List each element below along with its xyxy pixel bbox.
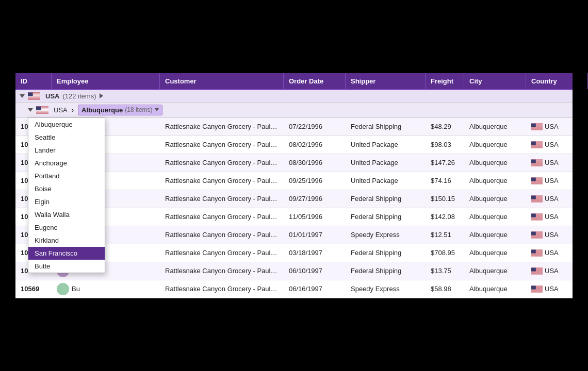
subgroup-row-albuquerque: USA › Albuquerque (18 items) Albuquerque… xyxy=(15,103,573,118)
cell-id[interactable]: 10569 xyxy=(15,282,52,295)
svg-rect-29 xyxy=(531,146,543,147)
cell-customer: Rattlesnake Canyon Grocery - Paula Wilso… xyxy=(160,246,284,259)
drop-item-albuquerque[interactable]: Albuquerque xyxy=(28,118,105,131)
drop-item-lander[interactable]: Lander xyxy=(28,144,105,157)
usa-flag-sub-icon xyxy=(36,106,48,114)
cell-freight: $74.16 xyxy=(426,174,464,187)
svg-rect-23 xyxy=(531,124,536,127)
drop-item-san-francisco[interactable]: San Francisco xyxy=(28,247,105,260)
col-header-shipper: Shipper xyxy=(346,73,426,89)
group-row-usa[interactable]: USA (122 items) xyxy=(15,90,573,103)
cell-freight: $150.15 xyxy=(426,192,464,205)
svg-rect-31 xyxy=(531,142,536,145)
cell-shipper: Federal Shipping xyxy=(346,246,426,259)
cell-shipper: Federal Shipping xyxy=(346,264,426,277)
svg-rect-62 xyxy=(531,220,543,220)
cell-city: Albuquerque xyxy=(464,192,526,205)
svg-rect-85 xyxy=(531,273,543,273)
svg-rect-39 xyxy=(531,160,536,163)
cell-city: Albuquerque xyxy=(464,246,526,259)
cell-country: USA xyxy=(526,282,588,296)
cell-shipper: Speedy Express xyxy=(346,282,426,295)
svg-rect-63 xyxy=(531,214,536,217)
svg-rect-15 xyxy=(36,106,41,110)
cell-country: USA xyxy=(526,228,588,242)
cell-shipper: United Package xyxy=(346,138,426,151)
drop-item-boise[interactable]: Boise xyxy=(28,182,105,195)
city-dropdown-button[interactable]: Albuquerque (18 items) xyxy=(78,105,162,115)
city-dropdown-list[interactable]: Albuquerque Seattle Lander Anchorage Por… xyxy=(28,117,105,273)
col-header-employee: Employee xyxy=(52,73,160,89)
col-header-country: Country xyxy=(526,73,588,89)
group-usa-count: (122 items) xyxy=(62,92,96,100)
svg-rect-86 xyxy=(531,274,543,274)
svg-rect-37 xyxy=(531,164,543,165)
svg-rect-93 xyxy=(531,291,543,291)
cell-freight: $12.51 xyxy=(426,228,464,241)
svg-rect-78 xyxy=(531,256,543,256)
drop-item-kirkland[interactable]: Kirkland xyxy=(28,234,105,247)
usa-flag-icon xyxy=(28,92,40,100)
svg-rect-13 xyxy=(36,111,48,112)
svg-rect-45 xyxy=(531,182,543,183)
cell-freight: $48.29 xyxy=(426,120,464,133)
svg-rect-7 xyxy=(28,92,33,96)
cell-customer: Rattlesnake Canyon Grocery - Paula Wilso… xyxy=(160,156,284,169)
svg-rect-53 xyxy=(531,200,543,201)
cell-orderdate: 06/10/1997 xyxy=(284,264,346,277)
drop-item-butte[interactable]: Butte xyxy=(28,260,105,273)
cell-city: Albuquerque xyxy=(464,264,526,277)
drop-item-elgin[interactable]: Elgin xyxy=(28,195,105,208)
svg-rect-28 xyxy=(531,145,543,146)
svg-rect-30 xyxy=(531,147,543,148)
svg-rect-54 xyxy=(531,201,543,202)
drop-item-walla-walla[interactable]: Walla Walla xyxy=(28,208,105,221)
svg-rect-61 xyxy=(531,218,543,219)
svg-rect-55 xyxy=(531,196,536,199)
cell-shipper: Federal Shipping xyxy=(346,192,426,205)
drop-item-seattle[interactable]: Seattle xyxy=(28,131,105,144)
cell-shipper: Federal Shipping xyxy=(346,120,426,133)
svg-rect-92 xyxy=(531,290,543,290)
cell-customer: Rattlesnake Canyon Grocery - Paula Wilso… xyxy=(160,174,284,187)
drop-item-portland[interactable]: Portland xyxy=(28,170,105,182)
drop-item-eugene[interactable]: Eugene xyxy=(28,221,105,234)
cell-orderdate: 06/16/1997 xyxy=(284,282,346,295)
group-usa-label: USA xyxy=(45,92,59,100)
avatar xyxy=(57,283,69,295)
cell-country: USA xyxy=(526,138,588,151)
col-header-id: ID xyxy=(15,73,52,89)
cell-freight: $708.95 xyxy=(426,246,464,259)
svg-rect-77 xyxy=(531,255,543,255)
cell-freight: $98.03 xyxy=(426,138,464,151)
cell-shipper: United Package xyxy=(346,174,426,187)
cell-country: USA xyxy=(526,156,588,170)
cell-customer: Rattlesnake Canyon Grocery - Paula Wilso… xyxy=(160,192,284,205)
dropdown-arrow-icon xyxy=(155,108,159,111)
subgroup-usa-label: USA xyxy=(54,106,68,114)
cell-customer: Rattlesnake Canyon Grocery - Paula Wilso… xyxy=(160,228,284,241)
expand-usa-icon[interactable] xyxy=(20,94,25,98)
svg-rect-70 xyxy=(531,238,543,238)
svg-rect-47 xyxy=(531,178,536,181)
expand-albuquerque-icon[interactable] xyxy=(28,108,33,112)
table-row: 10569 Bu Rattlesnake Canyon Grocery - Pa… xyxy=(15,280,573,298)
cell-country: USA xyxy=(526,264,588,278)
cell-orderdate: 09/27/1996 xyxy=(284,192,346,205)
cell-employee: Bu xyxy=(52,280,160,298)
cell-country: USA xyxy=(526,120,588,133)
cell-shipper: Federal Shipping xyxy=(346,210,426,223)
svg-rect-21 xyxy=(531,128,543,129)
grid-header: ID Employee Customer Order Date Shipper … xyxy=(15,73,573,90)
svg-rect-12 xyxy=(36,110,48,111)
cell-freight: $58.98 xyxy=(426,282,464,295)
cell-customer: Rattlesnake Canyon Grocery - Paula Wilso… xyxy=(160,282,284,295)
svg-rect-44 xyxy=(531,181,543,182)
group-usa-expand-right-icon[interactable] xyxy=(100,93,103,98)
cell-customer: Rattlesnake Canyon Grocery - Paula Wilso… xyxy=(160,120,284,133)
svg-rect-84 xyxy=(531,272,543,272)
drop-item-anchorage[interactable]: Anchorage xyxy=(28,157,105,170)
svg-rect-87 xyxy=(531,268,536,272)
cell-country: USA xyxy=(526,210,588,224)
cell-customer: Rattlesnake Canyon Grocery - Paula Wilso… xyxy=(160,264,284,277)
